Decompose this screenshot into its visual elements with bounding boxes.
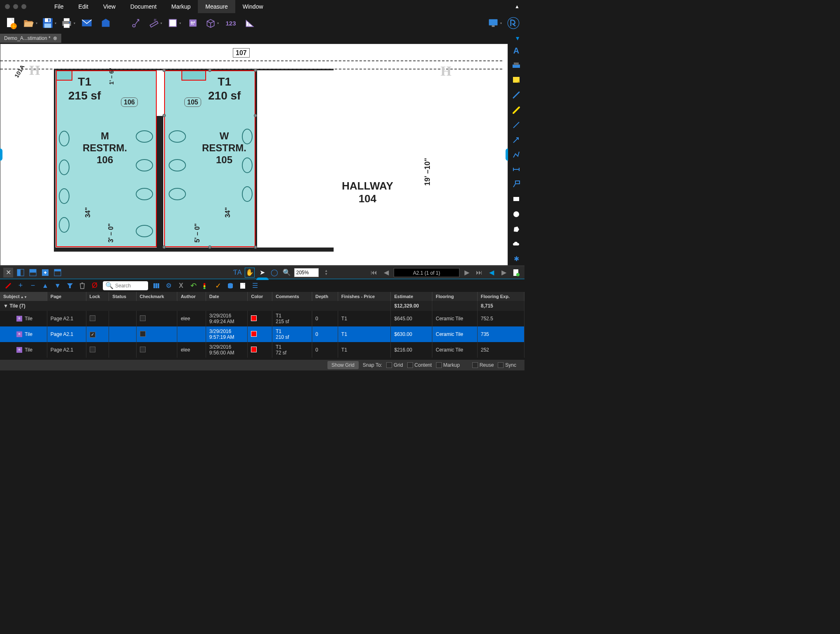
rectangle-tool-icon[interactable]	[510, 194, 522, 204]
maximize-window[interactable]	[21, 4, 26, 9]
snap-check-reuse[interactable]: Reuse	[472, 362, 494, 368]
cut-icon[interactable]: X	[177, 282, 185, 290]
count-measure-button[interactable]: 123	[223, 15, 239, 31]
lock-checkbox[interactable]	[90, 347, 95, 352]
column-header[interactable]: Flooring Exp.	[477, 292, 524, 301]
menu-measure[interactable]: Measure	[198, 0, 235, 13]
snap-check-sync[interactable]: Sync	[498, 362, 516, 368]
expand-icon[interactable]: ▲	[41, 282, 49, 290]
menu-edit[interactable]: Edit	[71, 0, 96, 13]
dynamic-fill-button[interactable]: ft²	[185, 15, 201, 31]
select-tool-icon[interactable]: ➤	[257, 268, 267, 278]
next-view-icon[interactable]: ▶	[499, 268, 509, 278]
pen-tool-icon[interactable]	[510, 90, 522, 100]
polyline-tool-icon[interactable]	[510, 149, 522, 160]
zoom-tool-icon[interactable]: 🔍	[282, 268, 292, 278]
polygon-tool-icon[interactable]	[510, 224, 522, 234]
note-tool-icon[interactable]	[510, 75, 522, 86]
split-view-2-icon[interactable]	[28, 268, 38, 278]
menu-document[interactable]: Document	[123, 0, 164, 13]
table-row[interactable]: ftTile Page A2.1 3/29/2016 9:57:19 AM T1…	[0, 326, 524, 342]
column-header[interactable]: Status	[109, 292, 136, 301]
column-header[interactable]: Flooring	[432, 292, 477, 301]
color-swatch[interactable]	[251, 347, 257, 352]
column-header[interactable]: Depth	[312, 292, 338, 301]
show-grid-button[interactable]: Show Grid	[327, 361, 359, 369]
export-icon[interactable]	[239, 282, 247, 290]
left-panel-handle[interactable]	[0, 148, 2, 161]
table-row[interactable]: ftTile Page A2.1 elee 3/29/2016 9:49:24 …	[0, 311, 524, 326]
print-button[interactable]	[60, 15, 76, 31]
cloud-tool-icon[interactable]	[510, 238, 522, 249]
menu-window[interactable]: Window	[235, 0, 271, 13]
highlight-tool-icon[interactable]	[510, 105, 522, 116]
filter-icon[interactable]	[66, 282, 74, 290]
color-swatch[interactable]	[251, 331, 257, 337]
length-measure-button[interactable]: 8'	[147, 15, 163, 31]
collapse-icon[interactable]: ▼	[53, 282, 62, 290]
document-canvas[interactable]: T1 215 sf M RESTRM. 106 T1 210 sf W REST…	[0, 44, 508, 266]
close-panel-icon[interactable]: ✕	[3, 268, 13, 278]
column-header[interactable]: Page	[47, 292, 86, 301]
snap-check-content[interactable]: Content	[407, 362, 432, 368]
callout-tool-icon[interactable]	[510, 179, 522, 190]
zoom-input[interactable]	[294, 268, 319, 277]
tab-close-icon[interactable]: ⊗	[53, 35, 57, 41]
snap-check-markup[interactable]: Markup	[436, 362, 460, 368]
column-header[interactable]: Date	[206, 292, 248, 301]
column-header[interactable]: Comments	[272, 292, 312, 301]
menu-markup[interactable]: Markup	[164, 0, 198, 13]
angle-measure-button[interactable]: 3'	[242, 15, 258, 31]
document-tab[interactable]: Demo_A...stimation * ⊗	[0, 34, 61, 43]
new-page-icon[interactable]	[511, 268, 521, 278]
first-page-icon[interactable]: ⏮	[369, 268, 379, 278]
remove-markup-icon[interactable]: −	[29, 282, 37, 290]
split-view-1-icon[interactable]	[16, 268, 26, 278]
line-tool-icon[interactable]	[510, 120, 522, 130]
snap-check-grid[interactable]: Grid	[386, 362, 403, 368]
delete-icon[interactable]	[78, 282, 86, 290]
prev-view-icon[interactable]: ◀	[487, 268, 497, 278]
tab-dropdown-icon[interactable]: ▼	[515, 35, 520, 42]
studio-button[interactable]	[98, 15, 114, 31]
markup-edit-icon[interactable]	[4, 282, 12, 290]
right-panel-handle[interactable]	[506, 148, 508, 161]
columns-icon[interactable]	[152, 282, 160, 290]
prev-page-icon[interactable]: ◀	[381, 268, 391, 278]
ellipse-tool-icon[interactable]	[510, 209, 522, 220]
check-icon[interactable]: ✓	[214, 282, 222, 290]
close-window[interactable]	[5, 4, 10, 9]
column-header[interactable]: Subject▲ ▾	[0, 292, 47, 301]
calibrate-button[interactable]	[128, 15, 144, 31]
search-input[interactable]	[115, 283, 148, 289]
dimension-tool-icon[interactable]	[510, 164, 522, 175]
split-view-3-icon[interactable]	[40, 268, 50, 278]
menu-file[interactable]: File	[47, 0, 71, 13]
column-header[interactable]: Estimate	[391, 292, 432, 301]
display-button[interactable]	[487, 15, 502, 31]
lock-checkbox[interactable]	[90, 332, 95, 338]
column-header[interactable]: Color	[248, 292, 272, 301]
menu-view[interactable]: View	[96, 0, 123, 13]
column-header[interactable]: Checkmark	[136, 292, 177, 301]
zoom-stepper[interactable]: ▲▼	[321, 268, 331, 278]
last-page-icon[interactable]: ⏭	[474, 268, 484, 278]
lock-checkbox[interactable]	[90, 315, 95, 321]
email-button[interactable]	[79, 15, 95, 31]
revu-logo-button[interactable]	[506, 15, 521, 31]
lasso-tool-icon[interactable]: ◯	[269, 268, 279, 278]
pan-tool-icon[interactable]: ✋	[245, 268, 255, 278]
table-row[interactable]: ftTile Page A2.1 elee 3/29/2016 9:56:00 …	[0, 342, 524, 358]
status-flag-icon[interactable]	[202, 282, 210, 290]
column-header[interactable]: Author	[177, 292, 206, 301]
list-icon[interactable]: ☰	[251, 282, 259, 290]
reply-icon[interactable]: ↶	[189, 282, 197, 290]
database-icon[interactable]	[226, 282, 234, 290]
typewriter-icon[interactable]	[510, 60, 522, 71]
save-button[interactable]	[41, 15, 57, 31]
next-page-icon[interactable]: ▶	[462, 268, 472, 278]
checkmark-checkbox[interactable]	[140, 347, 146, 352]
titlebar-expand-icon[interactable]: ▲	[515, 4, 520, 9]
text-select-icon[interactable]: ƬA	[232, 268, 242, 278]
settings-icon[interactable]: ⚙	[165, 282, 173, 290]
